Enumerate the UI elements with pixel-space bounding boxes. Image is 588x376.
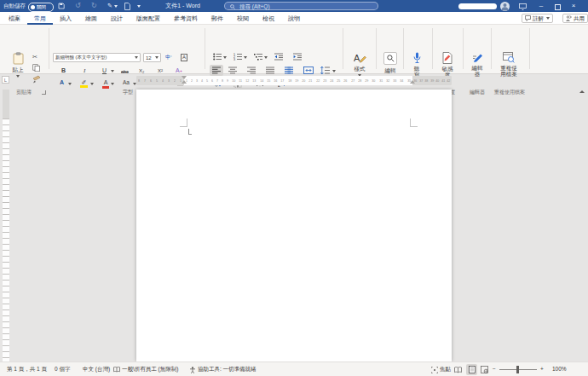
character-border-icon[interactable]: A [181,53,187,61]
focus-button[interactable]: 焦點 [440,362,451,376]
ruler-number: 29 [365,78,368,83]
comments-button[interactable]: 註解 [522,14,553,23]
increase-indent-icon[interactable] [293,53,303,61]
highlight-icon[interactable]: ✐ [80,78,88,88]
decrease-indent-icon[interactable] [274,53,284,61]
format-painter-icon[interactable] [32,75,41,84]
language-status[interactable]: 中文 (台灣) [83,362,110,376]
zoom-level[interactable]: 100% [552,362,567,376]
ruler-number: 5 [156,78,158,83]
strikethrough-button[interactable]: abc [121,67,129,76]
vertical-ruler[interactable] [3,90,9,362]
right-indent-marker[interactable] [410,80,415,84]
zoom-out-button[interactable]: − [493,362,496,376]
tab-design[interactable]: 設計 [104,12,130,25]
page-number-status[interactable]: 第 1 頁，共 1 頁 [7,362,47,376]
font-color-icon[interactable]: A [102,78,109,89]
distribute-text-icon[interactable] [285,67,294,74]
quick-access-more-icon[interactable] [137,0,141,12]
tab-home[interactable]: 常用 [27,12,53,25]
subscript-button[interactable]: X₂ [139,67,144,75]
highlight-dropdown[interactable] [90,83,94,85]
tab-review[interactable]: 校閱 [230,12,256,25]
zoom-slider-thumb[interactable] [516,366,519,373]
text-effects-dropdown[interactable] [68,83,72,85]
font-size-combo[interactable]: 12 [143,53,161,62]
tab-view[interactable]: 檢視 [256,12,281,25]
multilevel-list-icon[interactable] [254,53,263,61]
text-effects-icon[interactable]: A✦ [176,67,182,76]
user-name-pill[interactable] [458,3,497,10]
fit-text-icon[interactable] [303,67,314,74]
tab-layout[interactable]: 版面配置 [130,12,167,25]
minimize-button[interactable]: – [534,0,548,12]
tab-stop-selector[interactable]: L [2,76,9,84]
align-center-button[interactable] [228,67,238,74]
justify-button[interactable] [266,67,275,74]
undo-icon[interactable]: ↺ [75,0,81,12]
underline-button[interactable]: U [102,67,107,75]
tab-file[interactable]: 檔案 [2,12,27,25]
tab-references[interactable]: 參考資料 [167,12,205,25]
reuse-files-button[interactable]: 重複使用檔案 [494,52,523,77]
ruler-number: 8 [138,78,140,83]
collapse-ribbon-icon[interactable] [579,90,585,93]
tab-mailings[interactable]: 郵件 [205,12,230,25]
text-effects-color-icon[interactable]: A [60,78,64,87]
font-color-dropdown[interactable] [111,83,114,85]
share-button[interactable]: 共用 [562,14,588,23]
ribbon-tabs: 檔案 常用 插入 繪圖 設計 版面配置 參考資料 郵件 校閱 檢視 說明 [2,12,307,25]
line-spacing-icon[interactable] [320,67,331,74]
toggle-knob [31,5,35,9]
tab-insert[interactable]: 插入 [53,12,78,25]
numbering-icon[interactable]: 123 [233,53,243,61]
first-line-indent-marker[interactable] [182,76,187,79]
clipboard-dialog-launcher[interactable] [42,90,46,95]
document-page[interactable] [136,90,452,362]
font-name-combo[interactable]: 新細明體 (本文中文字型) [53,53,141,62]
ruler-number: 23 [323,78,326,83]
zoom-in-button[interactable]: + [540,362,544,376]
paste-button[interactable]: 貼上 [7,52,29,78]
dictate-button[interactable]: 聽寫 [407,52,426,78]
bullets-dropdown[interactable] [223,56,227,59]
accessibility-status[interactable]: 協助工具: 一切準備就緒 [198,362,257,376]
ruler-number: 33 [393,78,396,83]
underline-dropdown[interactable] [111,70,114,72]
phonetic-guide-icon[interactable]: 中፡ [165,53,171,61]
person-icon [500,2,510,11]
focus-icon [431,367,438,376]
word-count-status[interactable]: 0 個字 [55,362,70,376]
close-button[interactable]: × [567,0,580,12]
sensitivity-status[interactable]: 一般\所有員工 (無限制) [122,362,178,376]
web-layout-button[interactable] [481,366,488,376]
hanging-indent-marker[interactable] [182,80,187,84]
redo-icon[interactable]: ↻ [91,0,97,12]
styles-button[interactable]: A 樣式 [346,52,373,78]
search-input[interactable]: 搜尋 (Alt+Q) [224,2,378,10]
tab-draw[interactable]: 繪圖 [78,12,104,25]
line-spacing-dropdown[interactable] [332,70,336,72]
read-mode-button[interactable] [454,367,462,376]
margin-crop-mark-top-right [410,119,418,127]
cut-icon[interactable]: ✂ [32,53,37,61]
autosave-toggle[interactable]: 關閉 [28,3,54,12]
align-left-button[interactable] [210,65,223,76]
italic-button[interactable]: I [84,67,85,75]
copy-icon[interactable] [32,64,40,72]
ruler-number: 2 [174,78,176,83]
align-right-button[interactable] [247,67,257,74]
numbering-dropdown[interactable] [244,56,247,59]
ruler-right-margin: 36373839404142 [412,76,452,85]
change-case-button[interactable]: Aa [123,78,130,87]
ink-pen-icon[interactable]: ✎ [107,0,118,12]
editor-button[interactable]: 編輯器 [466,52,488,77]
multilevel-dropdown[interactable] [264,56,268,59]
horizontal-ruler[interactable]: 87654321 1234567891011121314151617181920… [136,76,452,85]
user-avatar[interactable] [500,2,510,11]
bold-button[interactable]: B [61,67,66,75]
print-layout-button[interactable] [466,364,477,375]
superscript-button[interactable]: X² [158,67,163,75]
tab-help[interactable]: 說明 [281,12,307,25]
bullets-icon[interactable] [213,53,222,61]
